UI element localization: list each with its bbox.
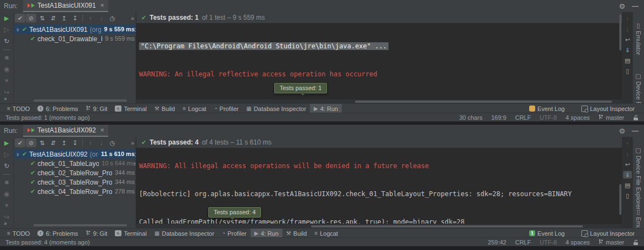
soft-wrap-icon[interactable]: ↩	[623, 160, 632, 168]
soft-wrap-icon[interactable]: ↩	[623, 36, 632, 43]
tree-horizontal-scrollbar[interactable]	[34, 99, 127, 102]
rerun-automatically-toggle[interactable]: ↻	[4, 38, 9, 45]
test-case-row[interactable]: ✔ check_02_TableRow_Properties 344 ms	[14, 168, 136, 177]
test-case-row[interactable]: ✔ check_01_Drawable_Resources 9 s 559 ms	[14, 34, 136, 43]
toolwindow-button-logcat[interactable]: ≡Logcat	[179, 104, 210, 113]
toolwindow-button-profiler[interactable]: ◔Profiler	[210, 104, 242, 113]
collapse-all-icon[interactable]: ↧	[70, 138, 80, 147]
next-test-icon[interactable]: ↓	[96, 14, 107, 23]
test-root-row[interactable]: ∨ ✔ TestA1BasicUIX092(org.aplas.basicapp…	[14, 149, 136, 159]
status-caret-position[interactable]: 259:42	[488, 239, 507, 246]
test-history-icon[interactable]: ◷	[107, 138, 118, 147]
test-case-row[interactable]: ✔ check_01_TableLayout_Properties 10 s 6…	[14, 159, 136, 168]
status-encoding[interactable]: UTF-8	[540, 114, 557, 121]
print-icon[interactable]: ▤	[623, 57, 632, 64]
status-encoding[interactable]: UTF-8	[540, 239, 557, 246]
status-indent[interactable]: 4 spaces	[565, 239, 590, 246]
sort-by-duration-icon[interactable]: ⇵	[48, 14, 58, 23]
toolwindow-button-terminal[interactable]: >_Terminal	[111, 104, 151, 113]
stop-button[interactable]: ■	[4, 179, 8, 186]
toolwindow-button-run[interactable]: ▶4: Run	[251, 229, 282, 238]
test-history-icon[interactable]: ◷	[107, 14, 118, 23]
up-stacktrace-icon[interactable]: ↑	[623, 140, 632, 147]
toolbar-overflow-chevron[interactable]: »	[131, 15, 135, 21]
event-log-button[interactable]: Event Log	[525, 104, 569, 113]
more-options-chevron[interactable]: »	[4, 220, 7, 226]
lock-icon[interactable]	[633, 240, 639, 246]
lock-icon[interactable]	[633, 115, 639, 121]
toolwindow-stripe-emulator[interactable]: ▯ Emulator	[635, 22, 642, 55]
settings-gear-icon[interactable]: ⚙	[619, 2, 625, 10]
toolwindow-button-todo[interactable]: ≡TODO	[3, 229, 34, 238]
toolwindow-button-run[interactable]: ▶4: Run	[310, 104, 342, 113]
stop-button[interactable]: ■	[4, 54, 8, 62]
close-tab-icon[interactable]: ×	[100, 2, 104, 9]
clear-console-icon[interactable]: ▯	[623, 67, 632, 75]
toolwindow-button-git[interactable]: 9: Git	[82, 104, 111, 113]
up-stacktrace-icon[interactable]: ↑	[623, 15, 632, 23]
down-stacktrace-icon[interactable]: ↓	[623, 25, 632, 33]
rerun-automatically-toggle[interactable]: ↻	[4, 163, 9, 170]
print-icon[interactable]: ▤	[623, 181, 632, 189]
previous-test-icon[interactable]: ↑	[85, 138, 96, 147]
layout-inspector-button[interactable]: Layout Inspector	[578, 104, 639, 113]
down-stacktrace-icon[interactable]: ↓	[623, 150, 632, 158]
test-root-row[interactable]: ∨ ✔ TestA1BasicUIX091(org.aplas.basicapp…	[14, 25, 136, 34]
status-indent[interactable]: 4 spaces	[565, 114, 590, 121]
tree-horizontal-scrollbar[interactable]	[34, 224, 127, 226]
next-test-icon[interactable]: ↓	[96, 138, 107, 147]
toolwindow-button-todo[interactable]: ≡TODO	[3, 104, 34, 113]
sort-alphabetically-icon[interactable]: ⇅	[37, 14, 47, 23]
toolwindow-button-build[interactable]: ⚒Build	[282, 229, 310, 238]
rerun-tests-button[interactable]: ▶	[4, 140, 9, 147]
show-ignored-toggle[interactable]: ⊘	[26, 14, 36, 23]
toolwindow-button-git[interactable]: 9: Git	[82, 229, 111, 238]
layout-inspector-button[interactable]: Layout Inspector	[578, 229, 639, 238]
more-options-chevron[interactable]: »	[4, 96, 7, 102]
show-ignored-toggle[interactable]: ⊘	[26, 138, 36, 147]
collapse-all-icon[interactable]: ↧	[70, 14, 80, 23]
test-case-row[interactable]: ✔ check_04_TableRow_Properties 278 ms	[14, 187, 136, 196]
test-settings-icon[interactable]: ✶	[4, 202, 9, 209]
rerun-tests-button[interactable]: ▶	[4, 15, 9, 22]
hide-window-icon[interactable]: —	[632, 2, 639, 10]
status-caret-position[interactable]: 169:9	[491, 114, 507, 121]
status-git-branch[interactable]: master	[598, 114, 624, 121]
console-horizontal-scrollbar[interactable]	[355, 101, 613, 103]
previous-test-icon[interactable]: ↑	[85, 14, 96, 23]
console-vertical-scrollbar[interactable]	[619, 14, 621, 51]
settings-gear-icon[interactable]: ⚙	[619, 127, 625, 135]
expand-all-icon[interactable]: ↥	[59, 14, 69, 23]
console-vertical-scrollbar[interactable]	[619, 184, 621, 215]
show-passed-toggle[interactable]: ✔	[15, 14, 25, 23]
run-tab-testa1basicuix092[interactable]: TestA1BasicUIX092 ×	[23, 125, 108, 137]
sort-by-duration-icon[interactable]: ⇵	[48, 138, 58, 147]
console-output-1[interactable]: "C:\Program Files\Android\Android Studio…	[136, 23, 622, 99]
toolwindow-button-logcat[interactable]: ≡Logcat	[310, 229, 342, 238]
rerun-failed-tests-button[interactable]: ▷	[4, 26, 9, 34]
show-passed-toggle[interactable]: ✔	[15, 138, 25, 147]
chevron-down-icon[interactable]: ∨	[16, 152, 22, 157]
screenshot-icon[interactable]: ◉	[4, 66, 9, 73]
chevron-down-icon[interactable]: ∨	[16, 27, 22, 32]
event-log-button[interactable]: 1Event Log	[525, 229, 569, 238]
toolwindow-button-problems[interactable]: !6: Problems	[34, 104, 82, 113]
toolwindow-button-problems[interactable]: !6: Problems	[34, 229, 82, 238]
toolwindow-button-terminal[interactable]: >_Terminal	[111, 229, 151, 238]
toolwindow-button-profiler[interactable]: ◔Profiler	[218, 229, 251, 238]
sort-alphabetically-icon[interactable]: ⇅	[37, 138, 47, 147]
toolwindow-button-database-inspector[interactable]: ▦Database Inspector	[242, 104, 310, 113]
screenshot-icon[interactable]: ◉	[4, 191, 9, 198]
status-line-ending[interactable]: CRLF	[515, 114, 531, 121]
scroll-to-end-icon[interactable]: ⇓	[623, 171, 632, 179]
toolwindow-button-database-inspector[interactable]: ▦Database Inspector	[151, 229, 218, 238]
rerun-failed-tests-button[interactable]: ▷	[4, 151, 9, 158]
status-git-branch[interactable]: master	[598, 239, 624, 246]
expand-all-icon[interactable]: ↥	[59, 138, 69, 147]
test-case-row[interactable]: ✔ check_03_TableRow_Properties 344 ms	[14, 177, 136, 187]
run-tab-testa1basicuix091[interactable]: TestA1BasicUIX091 ×	[23, 0, 108, 12]
console-horizontal-scrollbar[interactable]	[311, 225, 583, 227]
clear-console-icon[interactable]: ▯	[623, 192, 632, 199]
toolbar-overflow-chevron[interactable]: »	[131, 140, 135, 146]
toolwindow-stripe-device-file-explorer[interactable]: ▢ Device File Explorer	[635, 147, 642, 209]
